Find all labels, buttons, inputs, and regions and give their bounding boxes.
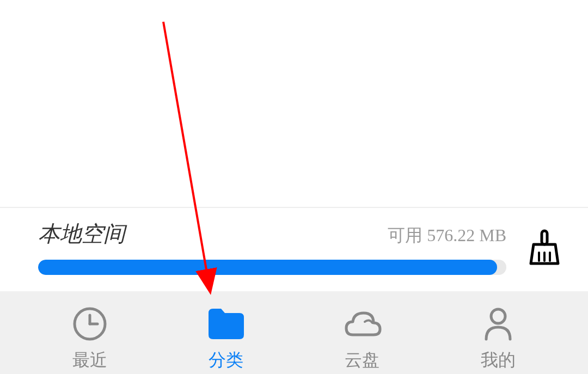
broom-icon	[528, 228, 561, 266]
clean-button[interactable]	[528, 228, 561, 266]
storage-section: 本地空间 可用 576.22 MB	[0, 207, 588, 291]
nav-recent[interactable]: 最近	[70, 308, 111, 372]
nav-category-label: 分类	[209, 348, 243, 372]
cloud-icon	[342, 308, 383, 340]
storage-progress-bar	[38, 260, 506, 275]
nav-profile-label: 我的	[481, 348, 516, 372]
storage-title: 本地空间	[38, 219, 125, 249]
bottom-navigation: 最近 分类 云盘 我的	[0, 291, 588, 374]
storage-progress-fill	[38, 260, 497, 275]
nav-profile[interactable]: 我的	[478, 308, 519, 372]
svg-rect-0	[542, 231, 547, 244]
content-area	[0, 0, 588, 207]
clock-icon	[70, 308, 111, 340]
nav-category[interactable]: 分类	[206, 308, 247, 372]
nav-cloud[interactable]: 云盘	[342, 308, 383, 372]
storage-header: 本地空间 可用 576.22 MB	[38, 219, 506, 249]
svg-point-7	[491, 309, 505, 323]
nav-recent-label: 最近	[72, 348, 107, 372]
storage-info[interactable]: 本地空间 可用 576.22 MB	[38, 219, 506, 275]
folder-icon	[206, 308, 247, 340]
storage-available: 可用 576.22 MB	[388, 224, 506, 248]
person-icon	[478, 308, 519, 340]
nav-cloud-label: 云盘	[345, 348, 379, 372]
